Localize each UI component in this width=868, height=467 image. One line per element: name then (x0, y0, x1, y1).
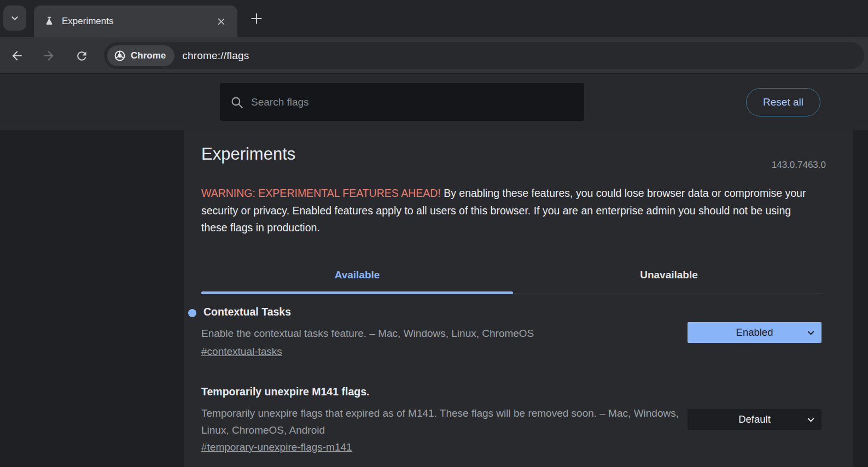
flag-name: Temporarily unexpire M141 flags. (201, 386, 369, 398)
browser-tab-experiments[interactable]: Experiments (34, 5, 237, 37)
chevron-down-icon (806, 415, 816, 425)
browser-toolbar: Chrome chrome://flags (0, 37, 868, 74)
url-text: chrome://flags (182, 50, 249, 62)
flag-value-select[interactable]: Enabled (688, 322, 822, 343)
flag-permalink[interactable]: #temporary-unexpire-flags-m141 (201, 441, 352, 453)
flag-permalink[interactable]: #contextual-tasks (201, 346, 282, 358)
back-button[interactable] (7, 45, 27, 66)
site-chip[interactable]: Chrome (107, 45, 174, 66)
reload-button[interactable] (71, 45, 92, 66)
forward-button[interactable] (38, 45, 59, 66)
chevron-down-icon (9, 12, 21, 24)
flag-select-value: Enabled (736, 326, 773, 338)
chrome-logo-icon (114, 50, 126, 62)
tab-search-button[interactable] (3, 5, 26, 31)
warning-highlight: WARNING: EXPERIMENTAL FEATURES AHEAD! (201, 187, 441, 199)
search-flags-box[interactable] (220, 83, 584, 121)
address-bar[interactable]: Chrome chrome://flags (104, 42, 864, 69)
search-flags-input[interactable] (251, 96, 584, 108)
flag-name: Contextual Tasks (203, 306, 291, 318)
flag-select-value: Default (738, 413, 771, 425)
warning-text: WARNING: EXPERIMENTAL FEATURES AHEAD! By… (201, 185, 818, 237)
tab-title: Experiments (62, 16, 213, 27)
search-icon (230, 95, 244, 109)
flag-description: Temporarily unexpire flags that expired … (201, 405, 683, 439)
flags-page-header: Reset all (0, 74, 868, 130)
site-chip-label: Chrome (131, 50, 166, 61)
flask-favicon-icon (44, 16, 55, 27)
flag-value-select[interactable]: Default (688, 409, 822, 430)
page-title: Experiments (201, 144, 295, 164)
flags-content: Experiments 143.0.7463.0 WARNING: EXPERI… (184, 130, 853, 467)
tab-available[interactable]: Available (201, 267, 513, 283)
tab-strip: Experiments (0, 0, 868, 37)
tab-unavailable[interactable]: Unavailable (513, 267, 825, 283)
reset-all-button[interactable]: Reset all (746, 88, 820, 116)
chevron-down-icon (806, 328, 816, 338)
new-tab-button[interactable] (245, 7, 268, 30)
tab-close-icon[interactable] (213, 14, 229, 29)
tab-underline-active (201, 291, 513, 294)
experiment-tabs: Available Unavailable (201, 267, 825, 283)
version-label: 143.0.7463.0 (772, 160, 826, 171)
flag-description: Enable the contextual tasks feature. – M… (201, 325, 534, 342)
modified-flag-dot (188, 309, 196, 317)
